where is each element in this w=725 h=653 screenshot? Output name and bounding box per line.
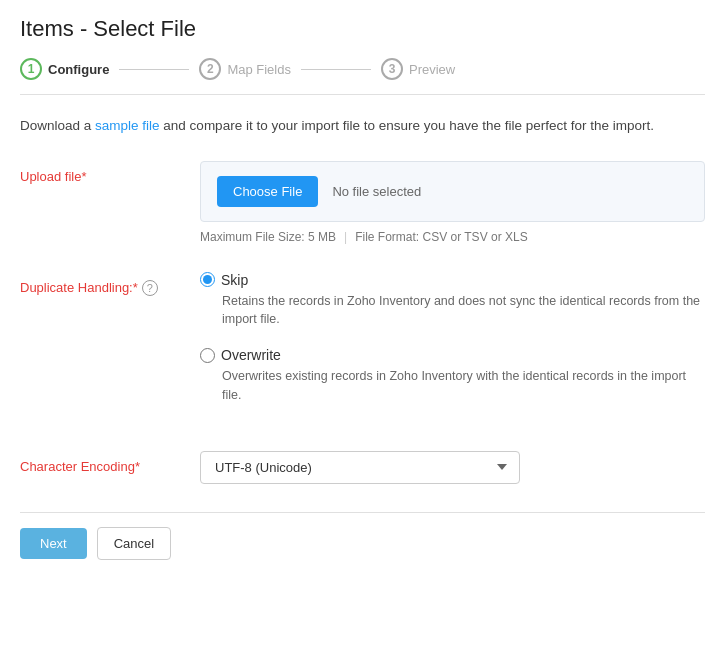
step-2-circle: 2 bbox=[199, 58, 221, 80]
radio-skip: Skip Retains the records in Zoho Invento… bbox=[200, 272, 705, 330]
file-upload-area: Choose File No file selected bbox=[200, 161, 705, 222]
radio-skip-label: Skip bbox=[221, 272, 248, 288]
help-icon[interactable]: ? bbox=[142, 280, 158, 296]
max-file-size: Maximum File Size: 5 MB bbox=[200, 230, 336, 244]
encoding-label: Character Encoding* bbox=[20, 451, 200, 474]
step-1-label: Configure bbox=[48, 62, 109, 77]
radio-overwrite-desc: Overwrites existing records in Zoho Inve… bbox=[222, 367, 705, 405]
file-constraints: Maximum File Size: 5 MB | File Format: C… bbox=[200, 230, 705, 244]
upload-file-row: Upload file* Choose File No file selecte… bbox=[20, 161, 705, 244]
duplicate-label: Duplicate Handling:* ? bbox=[20, 272, 200, 296]
radio-overwrite-input[interactable] bbox=[200, 348, 215, 363]
info-prefix: Download a bbox=[20, 118, 95, 133]
page-container: Items - Select File 1 Configure 2 Map Fi… bbox=[0, 0, 725, 576]
duplicate-content: Skip Retains the records in Zoho Invento… bbox=[200, 272, 705, 423]
sample-file-link[interactable]: sample file bbox=[95, 118, 160, 133]
stepper: 1 Configure 2 Map Fields 3 Preview bbox=[20, 58, 705, 95]
next-button[interactable]: Next bbox=[20, 528, 87, 559]
page-title: Items - Select File bbox=[20, 16, 705, 42]
encoding-content: UTF-8 (Unicode) UTF-16 (Unicode) ISO-885… bbox=[200, 451, 705, 484]
upload-content: Choose File No file selected Maximum Fil… bbox=[200, 161, 705, 244]
constraint-separator: | bbox=[344, 230, 347, 244]
step-3-circle: 3 bbox=[381, 58, 403, 80]
info-text: Download a sample file and compare it to… bbox=[20, 115, 705, 137]
step-connector-1 bbox=[119, 69, 189, 70]
choose-file-button[interactable]: Choose File bbox=[217, 176, 318, 207]
info-suffix: and compare it to your import file to en… bbox=[160, 118, 655, 133]
footer-actions: Next Cancel bbox=[20, 512, 705, 560]
radio-skip-input[interactable] bbox=[200, 272, 215, 287]
encoding-row: Character Encoding* UTF-8 (Unicode) UTF-… bbox=[20, 451, 705, 484]
step-1-circle: 1 bbox=[20, 58, 42, 80]
file-format: File Format: CSV or TSV or XLS bbox=[355, 230, 528, 244]
radio-skip-desc: Retains the records in Zoho Inventory an… bbox=[222, 292, 705, 330]
step-3-label: Preview bbox=[409, 62, 455, 77]
step-2-label: Map Fields bbox=[227, 62, 291, 77]
encoding-select[interactable]: UTF-8 (Unicode) UTF-16 (Unicode) ISO-885… bbox=[200, 451, 520, 484]
radio-overwrite-label: Overwrite bbox=[221, 347, 281, 363]
duplicate-handling-row: Duplicate Handling:* ? Skip Retains the … bbox=[20, 272, 705, 423]
step-1: 1 Configure bbox=[20, 58, 109, 80]
cancel-button[interactable]: Cancel bbox=[97, 527, 171, 560]
step-connector-2 bbox=[301, 69, 371, 70]
step-3: 3 Preview bbox=[381, 58, 455, 80]
upload-label: Upload file* bbox=[20, 161, 200, 184]
step-2: 2 Map Fields bbox=[199, 58, 291, 80]
no-file-label: No file selected bbox=[332, 184, 421, 199]
radio-overwrite: Overwrite Overwrites existing records in… bbox=[200, 347, 705, 405]
